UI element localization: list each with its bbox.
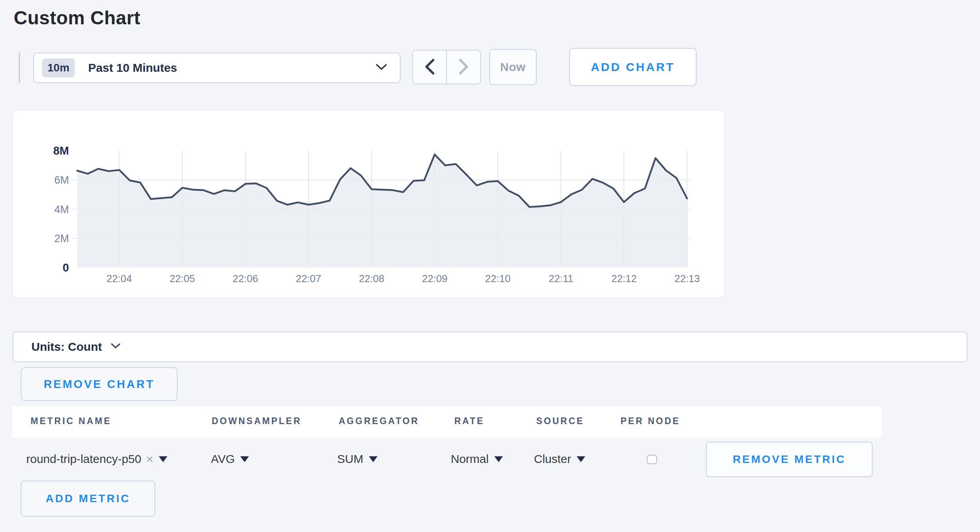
time-range-badge: 10m (42, 58, 75, 77)
y-axis-label: 4M (13, 203, 69, 216)
downsampler-dropdown[interactable]: AVG (211, 452, 249, 466)
caret-down-icon (240, 456, 249, 462)
units-label: Units: Count (31, 340, 102, 353)
chevron-left-icon (424, 58, 435, 76)
y-axis-label: 2M (13, 232, 69, 245)
metric-name-value: round-trip-latency-p50 (26, 452, 141, 466)
chevron-down-icon (111, 343, 121, 351)
step-forward-button[interactable] (447, 51, 480, 84)
x-axis-label: 22:11 (534, 273, 588, 285)
timeseries-area-chart (13, 111, 724, 297)
custom-chart-page: Custom Chart 10m Past 10 Minutes Now ADD… (0, 0, 980, 532)
step-back-button[interactable] (413, 51, 447, 84)
per-node-checkbox[interactable] (647, 455, 657, 464)
add-chart-button[interactable]: ADD CHART (569, 48, 697, 86)
y-axis-label-max: 8M (13, 144, 69, 157)
column-header-metric-name: METRIC NAME (31, 416, 111, 426)
chevron-down-icon (376, 64, 387, 72)
caret-down-icon (494, 456, 503, 462)
chart-panel: 8M 6M 4M 2M 0 22:0422:0522:0622:0722:082… (13, 110, 724, 298)
x-axis-label: 22:06 (218, 273, 273, 285)
x-axis-label: 22:04 (92, 273, 147, 285)
page-title: Custom Chart (14, 7, 140, 29)
x-axis-label: 22:09 (407, 273, 462, 285)
rate-dropdown[interactable]: Normal (451, 452, 503, 466)
y-axis-label-zero: 0 (13, 261, 69, 274)
chevron-right-icon (458, 58, 469, 76)
downsampler-value: AVG (211, 452, 235, 466)
column-header-rate: RATE (454, 416, 485, 426)
aggregator-value: SUM (337, 452, 363, 466)
units-dropdown[interactable]: Units: Count (13, 332, 967, 362)
column-header-aggregator: AGGREGATOR (339, 416, 419, 426)
x-axis-label: 22:10 (470, 273, 525, 285)
now-button[interactable]: Now (489, 49, 537, 85)
remove-chart-button[interactable]: REMOVE CHART (21, 367, 178, 401)
x-axis-label: 22:05 (155, 273, 210, 285)
rate-value: Normal (451, 452, 489, 466)
x-axis-label: 22:08 (344, 273, 399, 285)
time-range-label: Past 10 Minutes (88, 61, 376, 75)
column-header-source: SOURCE (536, 416, 584, 426)
time-range-dropdown[interactable]: 10m Past 10 Minutes (33, 53, 401, 83)
caret-down-icon (369, 456, 377, 462)
y-axis-label: 6M (13, 173, 69, 187)
metrics-table-header: METRIC NAME DOWNSAMPLER AGGREGATOR RATE … (13, 406, 882, 438)
x-axis-label: 22:13 (660, 273, 715, 285)
column-header-downsampler: DOWNSAMPLER (212, 416, 301, 426)
column-header-per-node: PER NODE (621, 416, 680, 426)
toolbar-accent-tick (19, 53, 20, 83)
caret-down-icon (577, 456, 585, 462)
aggregator-dropdown[interactable]: SUM (337, 452, 377, 466)
time-step-group (412, 50, 481, 84)
x-axis-label: 22:12 (597, 273, 652, 285)
x-axis-label: 22:07 (281, 273, 336, 285)
source-value: Cluster (534, 452, 571, 466)
metric-name-dropdown[interactable]: round-trip-latency-p50 × (26, 452, 167, 466)
source-dropdown[interactable]: Cluster (534, 452, 585, 466)
clear-metric-icon[interactable]: × (146, 452, 153, 466)
caret-down-icon (159, 456, 167, 462)
remove-metric-button[interactable]: REMOVE METRIC (706, 442, 873, 477)
add-metric-button[interactable]: ADD METRIC (21, 481, 155, 517)
